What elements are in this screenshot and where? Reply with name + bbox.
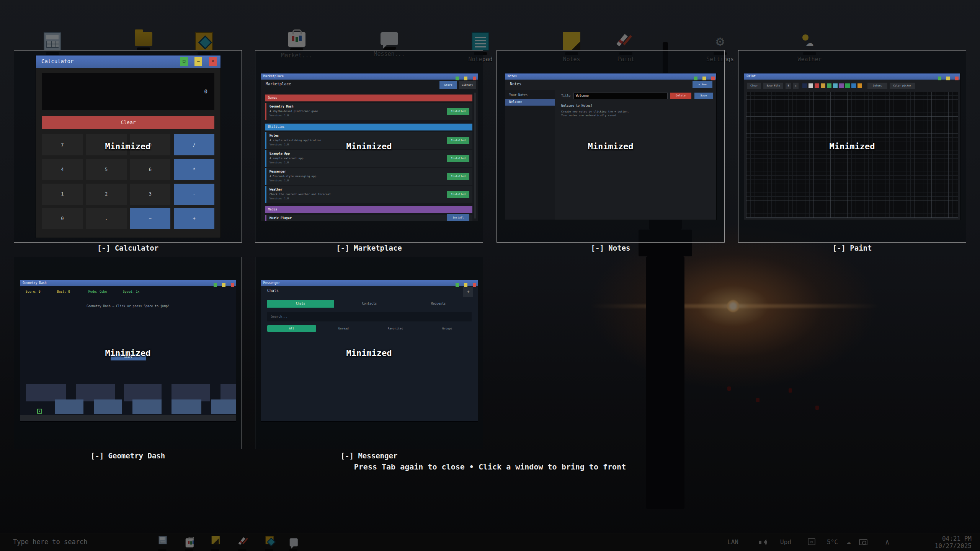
color-swatch[interactable] <box>839 83 844 88</box>
filter-all[interactable]: All <box>267 325 316 332</box>
key-3[interactable]: 3 <box>130 184 171 205</box>
store-item-example-app[interactable]: Example App A sample external app Versio… <box>265 150 472 167</box>
platform <box>132 399 162 414</box>
switcher-card-messenger[interactable]: Messenger Chats + Chats Contacts Request… <box>255 257 483 449</box>
key-5[interactable]: 5 <box>86 159 127 180</box>
close-button[interactable] <box>711 77 715 80</box>
store-item-weather[interactable]: Weather Check the current weather and fo… <box>265 186 472 203</box>
close-button[interactable]: × <box>209 57 217 66</box>
color-picker-button[interactable]: Color picker <box>890 83 915 89</box>
colors-button[interactable]: Colors <box>867 83 887 89</box>
titlebar: Notes <box>505 73 716 80</box>
section-header-utilities: Utilities <box>265 124 472 130</box>
close-button[interactable] <box>473 77 476 80</box>
maximize-button[interactable] <box>938 77 941 80</box>
switcher-card-notes[interactable]: Notes Notes + New Your Notes Welcome Tit… <box>497 50 725 243</box>
card-caption-messenger: [-] Messenger <box>255 452 483 460</box>
key-equals[interactable]: = <box>130 208 171 229</box>
brush-size-button[interactable]: ≡ <box>793 83 799 89</box>
color-swatch[interactable] <box>858 83 862 88</box>
minimize-button[interactable]: – <box>194 57 202 66</box>
tab-library[interactable]: Library <box>459 81 476 89</box>
installed-button[interactable]: Installed <box>447 108 469 115</box>
item-name: Messenger <box>270 170 286 173</box>
title-label: Title <box>561 94 570 98</box>
tab-store[interactable]: Store <box>439 81 457 89</box>
minimize-button[interactable] <box>464 283 467 287</box>
store-item-music-player[interactable]: Music Player Install <box>265 215 472 221</box>
maximize-button[interactable] <box>456 283 459 287</box>
close-button[interactable] <box>231 283 234 287</box>
maximize-button[interactable] <box>456 77 459 80</box>
key-multiply[interactable]: * <box>174 159 214 180</box>
maximize-button[interactable] <box>214 283 217 287</box>
key-add[interactable]: + <box>174 208 214 229</box>
minimize-button[interactable] <box>702 77 706 80</box>
minimize-button[interactable] <box>946 77 950 80</box>
color-swatch[interactable] <box>851 83 856 88</box>
minimized-badge: Minimized <box>497 142 724 151</box>
item-description: A rhythm-based platformer game <box>270 110 318 113</box>
titlebar: Calculator □ – × <box>36 55 220 68</box>
minimize-button[interactable] <box>464 77 467 80</box>
tab-chats[interactable]: Chats <box>267 300 334 308</box>
close-button[interactable] <box>955 77 959 80</box>
switcher-card-paint[interactable]: Paint Clear Save File B ≡ Colors Color p… <box>738 50 966 243</box>
save-file-button[interactable]: Save File <box>763 83 783 89</box>
chat-search-input[interactable]: Search... <box>267 312 472 321</box>
color-swatch[interactable] <box>833 83 838 88</box>
item-accent <box>265 215 266 221</box>
color-swatch[interactable] <box>845 83 850 88</box>
color-swatch[interactable] <box>815 83 819 88</box>
switcher-card-calculator[interactable]: Calculator □ – × 0 Clear 7 8 9 / 4 5 6 *… <box>14 50 242 243</box>
titlebar: Messenger <box>261 280 478 286</box>
key-subtract[interactable]: - <box>174 184 214 205</box>
close-button[interactable] <box>473 283 476 287</box>
brush-tool-button[interactable]: B <box>786 83 791 89</box>
store-item-messenger[interactable]: Messenger A Discord-style messaging app … <box>265 168 472 185</box>
scrollbar[interactable] <box>474 93 476 218</box>
store-item-geometry-dash[interactable]: Geometry Dash A rhythm-based platformer … <box>265 103 472 120</box>
note-body-line: Your notes are automatically saved. <box>561 114 618 117</box>
minimize-button[interactable] <box>222 283 225 287</box>
color-swatch[interactable] <box>808 83 813 88</box>
install-button[interactable]: Install <box>447 214 469 221</box>
note-title-input[interactable]: Welcome <box>573 93 668 99</box>
tab-contacts[interactable]: Contacts <box>336 300 403 308</box>
maximize-button[interactable]: □ <box>180 57 188 66</box>
marketplace-heading: Marketplace <box>266 82 291 86</box>
new-chat-button[interactable]: + <box>463 287 473 297</box>
delete-note-button[interactable]: Delete <box>670 93 691 99</box>
key-1[interactable]: 1 <box>42 184 83 205</box>
key-2[interactable]: 2 <box>86 184 127 205</box>
clear-canvas-button[interactable]: Clear <box>747 83 761 89</box>
key-0[interactable]: 0 <box>42 208 83 229</box>
color-swatch[interactable] <box>827 83 831 88</box>
platform <box>172 384 210 401</box>
window-title: Calculator <box>41 58 74 64</box>
filter-unread[interactable]: Unread <box>319 325 368 332</box>
key-decimal[interactable]: . <box>86 208 127 229</box>
minimized-badge: Minimized <box>14 348 242 358</box>
switcher-card-geometry-dash[interactable]: Geometry Dash Score: 0 Best: 0 Mode: Cub… <box>14 257 242 449</box>
platform <box>26 384 66 401</box>
item-accent <box>265 168 266 185</box>
paint-canvas[interactable] <box>746 92 958 218</box>
new-note-button[interactable]: + New <box>693 81 712 88</box>
save-note-button[interactable]: Save <box>694 93 713 99</box>
key-6[interactable]: 6 <box>130 159 171 180</box>
switcher-card-marketplace[interactable]: Marketplace Marketplace Store Library Ga… <box>255 50 483 243</box>
maximize-button[interactable] <box>694 77 697 80</box>
item-accent <box>265 186 266 203</box>
key-4[interactable]: 4 <box>42 159 83 180</box>
installed-button[interactable]: Installed <box>447 191 469 198</box>
installed-button[interactable]: Installed <box>447 155 469 162</box>
filter-favorites[interactable]: Favorites <box>371 325 420 332</box>
installed-button[interactable]: Installed <box>447 173 469 180</box>
filter-groups[interactable]: Groups <box>423 325 472 332</box>
color-swatch[interactable] <box>802 83 807 88</box>
note-list-item-welcome[interactable]: Welcome <box>505 99 555 106</box>
calculator-clear-button[interactable]: Clear <box>42 116 214 129</box>
tab-requests[interactable]: Requests <box>405 300 472 308</box>
color-swatch[interactable] <box>821 83 825 88</box>
